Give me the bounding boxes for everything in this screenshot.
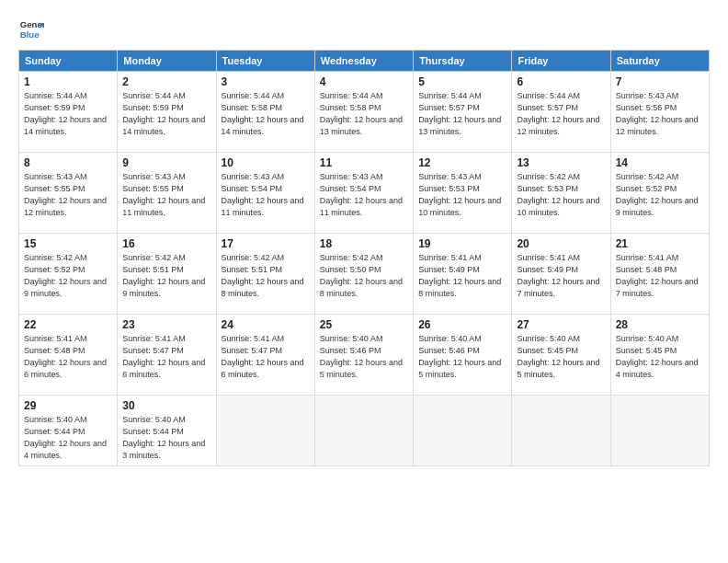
calendar-cell: [512, 396, 610, 466]
calendar-cell: [216, 396, 314, 466]
cell-info: Sunrise: 5:44 AMSunset: 5:58 PMDaylight:…: [320, 90, 408, 138]
day-number: 23: [122, 318, 210, 331]
calendar-cell: 4Sunrise: 5:44 AMSunset: 5:58 PMDaylight…: [314, 72, 413, 153]
day-number: 26: [418, 318, 506, 331]
calendar-cell: 27Sunrise: 5:40 AMSunset: 5:45 PMDayligh…: [512, 315, 610, 396]
calendar-cell: 26Sunrise: 5:40 AMSunset: 5:46 PMDayligh…: [414, 315, 512, 396]
cell-info: Sunrise: 5:44 AMSunset: 5:57 PMDaylight:…: [517, 90, 605, 138]
calendar-cell: 2Sunrise: 5:44 AMSunset: 5:59 PMDaylight…: [118, 72, 216, 153]
calendar-cell: 24Sunrise: 5:41 AMSunset: 5:47 PMDayligh…: [216, 315, 314, 396]
calendar-cell: 30Sunrise: 5:40 AMSunset: 5:44 PMDayligh…: [118, 396, 216, 466]
cell-info: Sunrise: 5:43 AMSunset: 5:55 PMDaylight:…: [122, 171, 210, 219]
day-number: 18: [320, 237, 408, 250]
calendar-cell: 15Sunrise: 5:42 AMSunset: 5:52 PMDayligh…: [19, 234, 118, 315]
calendar: SundayMondayTuesdayWednesdayThursdayFrid…: [18, 50, 710, 466]
calendar-cell: 3Sunrise: 5:44 AMSunset: 5:58 PMDaylight…: [216, 72, 314, 153]
cell-info: Sunrise: 5:42 AMSunset: 5:50 PMDaylight:…: [320, 252, 408, 300]
day-number: 22: [24, 318, 112, 331]
calendar-cell: 12Sunrise: 5:43 AMSunset: 5:53 PMDayligh…: [414, 153, 512, 234]
calendar-cell: 11Sunrise: 5:43 AMSunset: 5:54 PMDayligh…: [314, 153, 413, 234]
calendar-cell: 6Sunrise: 5:44 AMSunset: 5:57 PMDaylight…: [512, 72, 610, 153]
calendar-cell: 10Sunrise: 5:43 AMSunset: 5:54 PMDayligh…: [216, 153, 314, 234]
day-number: 14: [616, 156, 704, 169]
calendar-cell: 20Sunrise: 5:41 AMSunset: 5:49 PMDayligh…: [512, 234, 610, 315]
calendar-cell: 25Sunrise: 5:40 AMSunset: 5:46 PMDayligh…: [314, 315, 413, 396]
day-number: 30: [122, 399, 210, 412]
day-number: 11: [320, 156, 408, 169]
calendar-cell: 28Sunrise: 5:40 AMSunset: 5:45 PMDayligh…: [610, 315, 709, 396]
header: General Blue: [18, 17, 710, 42]
cell-info: Sunrise: 5:40 AMSunset: 5:45 PMDaylight:…: [616, 333, 704, 381]
cell-info: Sunrise: 5:43 AMSunset: 5:54 PMDaylight:…: [222, 171, 310, 219]
cell-info: Sunrise: 5:42 AMSunset: 5:53 PMDaylight:…: [517, 171, 605, 219]
day-number: 1: [24, 75, 112, 88]
logo-icon: General Blue: [18, 17, 44, 42]
week-row: 22Sunrise: 5:41 AMSunset: 5:48 PMDayligh…: [19, 315, 710, 396]
cell-info: Sunrise: 5:42 AMSunset: 5:51 PMDaylight:…: [222, 252, 310, 300]
calendar-cell: 23Sunrise: 5:41 AMSunset: 5:47 PMDayligh…: [118, 315, 216, 396]
day-number: 6: [517, 75, 605, 88]
cell-info: Sunrise: 5:44 AMSunset: 5:58 PMDaylight:…: [222, 90, 310, 138]
col-header-friday: Friday: [512, 51, 610, 72]
week-row: 15Sunrise: 5:42 AMSunset: 5:52 PMDayligh…: [19, 234, 710, 315]
col-header-monday: Monday: [118, 51, 216, 72]
cell-info: Sunrise: 5:40 AMSunset: 5:46 PMDaylight:…: [320, 333, 408, 381]
calendar-cell: 14Sunrise: 5:42 AMSunset: 5:52 PMDayligh…: [610, 153, 709, 234]
day-number: 27: [517, 318, 605, 331]
week-row: 29Sunrise: 5:40 AMSunset: 5:44 PMDayligh…: [19, 396, 710, 466]
day-number: 17: [222, 237, 310, 250]
calendar-cell: 29Sunrise: 5:40 AMSunset: 5:44 PMDayligh…: [19, 396, 118, 466]
cell-info: Sunrise: 5:40 AMSunset: 5:46 PMDaylight:…: [418, 333, 506, 381]
calendar-cell: 19Sunrise: 5:41 AMSunset: 5:49 PMDayligh…: [414, 234, 512, 315]
day-number: 8: [24, 156, 112, 169]
cell-info: Sunrise: 5:41 AMSunset: 5:47 PMDaylight:…: [222, 333, 310, 381]
calendar-cell: 1Sunrise: 5:44 AMSunset: 5:59 PMDaylight…: [19, 72, 118, 153]
cell-info: Sunrise: 5:44 AMSunset: 5:57 PMDaylight:…: [418, 90, 506, 138]
week-row: 8Sunrise: 5:43 AMSunset: 5:55 PMDaylight…: [19, 153, 710, 234]
day-number: 28: [616, 318, 704, 331]
calendar-cell: 7Sunrise: 5:43 AMSunset: 5:56 PMDaylight…: [610, 72, 709, 153]
col-header-saturday: Saturday: [610, 51, 709, 72]
cell-info: Sunrise: 5:40 AMSunset: 5:44 PMDaylight:…: [122, 414, 210, 462]
cell-info: Sunrise: 5:40 AMSunset: 5:45 PMDaylight:…: [517, 333, 605, 381]
day-number: 15: [24, 237, 112, 250]
calendar-cell: 8Sunrise: 5:43 AMSunset: 5:55 PMDaylight…: [19, 153, 118, 234]
col-header-thursday: Thursday: [414, 51, 512, 72]
week-row: 1Sunrise: 5:44 AMSunset: 5:59 PMDaylight…: [19, 72, 710, 153]
cell-info: Sunrise: 5:40 AMSunset: 5:44 PMDaylight:…: [24, 414, 112, 462]
cell-info: Sunrise: 5:43 AMSunset: 5:54 PMDaylight:…: [320, 171, 408, 219]
col-header-wednesday: Wednesday: [314, 51, 413, 72]
day-number: 21: [616, 237, 704, 250]
cell-info: Sunrise: 5:44 AMSunset: 5:59 PMDaylight:…: [122, 90, 210, 138]
calendar-cell: 13Sunrise: 5:42 AMSunset: 5:53 PMDayligh…: [512, 153, 610, 234]
logo: General Blue: [18, 17, 44, 42]
calendar-cell: 5Sunrise: 5:44 AMSunset: 5:57 PMDaylight…: [414, 72, 512, 153]
cell-info: Sunrise: 5:42 AMSunset: 5:51 PMDaylight:…: [122, 252, 210, 300]
cell-info: Sunrise: 5:41 AMSunset: 5:48 PMDaylight:…: [24, 333, 112, 381]
calendar-cell: 21Sunrise: 5:41 AMSunset: 5:48 PMDayligh…: [610, 234, 709, 315]
calendar-cell: [610, 396, 709, 466]
day-number: 9: [122, 156, 210, 169]
day-number: 24: [222, 318, 310, 331]
calendar-cell: [314, 396, 413, 466]
cell-info: Sunrise: 5:43 AMSunset: 5:53 PMDaylight:…: [418, 171, 506, 219]
cell-info: Sunrise: 5:41 AMSunset: 5:49 PMDaylight:…: [517, 252, 605, 300]
cell-info: Sunrise: 5:42 AMSunset: 5:52 PMDaylight:…: [616, 171, 704, 219]
svg-text:Blue: Blue: [20, 29, 40, 40]
col-header-sunday: Sunday: [19, 51, 118, 72]
day-number: 12: [418, 156, 506, 169]
day-number: 7: [616, 75, 704, 88]
calendar-cell: 18Sunrise: 5:42 AMSunset: 5:50 PMDayligh…: [314, 234, 413, 315]
calendar-cell: 9Sunrise: 5:43 AMSunset: 5:55 PMDaylight…: [118, 153, 216, 234]
calendar-cell: 22Sunrise: 5:41 AMSunset: 5:48 PMDayligh…: [19, 315, 118, 396]
day-number: 3: [222, 75, 310, 88]
cell-info: Sunrise: 5:41 AMSunset: 5:49 PMDaylight:…: [418, 252, 506, 300]
day-number: 25: [320, 318, 408, 331]
cell-info: Sunrise: 5:42 AMSunset: 5:52 PMDaylight:…: [24, 252, 112, 300]
day-number: 4: [320, 75, 408, 88]
cell-info: Sunrise: 5:41 AMSunset: 5:48 PMDaylight:…: [616, 252, 704, 300]
cell-info: Sunrise: 5:41 AMSunset: 5:47 PMDaylight:…: [122, 333, 210, 381]
cell-info: Sunrise: 5:43 AMSunset: 5:55 PMDaylight:…: [24, 171, 112, 219]
day-number: 2: [122, 75, 210, 88]
calendar-cell: 16Sunrise: 5:42 AMSunset: 5:51 PMDayligh…: [118, 234, 216, 315]
